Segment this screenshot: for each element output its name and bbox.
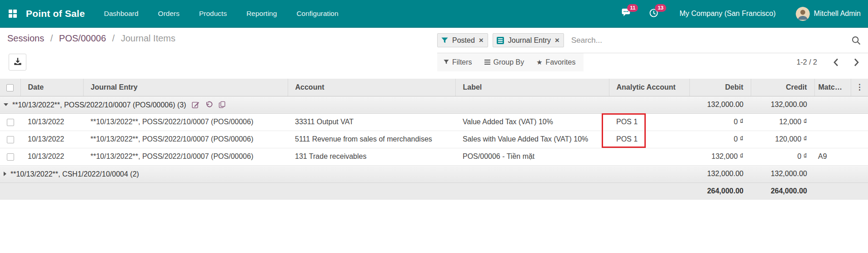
total-empty-cell <box>0 182 689 200</box>
table-row[interactable]: 10/13/2022**10/13/2022**, POSS/2022/10/0… <box>0 131 868 148</box>
messages-button[interactable]: 11 <box>621 8 632 20</box>
column-header-label[interactable]: Label <box>455 79 609 96</box>
messages-count-badge: 11 <box>627 4 638 12</box>
page-title: Journal Items <box>121 33 175 43</box>
top-navbar: Point of Sale Dashboard Orders Products … <box>0 0 868 28</box>
row-checkbox-cell[interactable] <box>0 148 20 165</box>
optional-columns-icon[interactable]: ⋮ <box>851 79 868 96</box>
table-row[interactable]: 10/13/2022**10/13/2022**, POSS/2022/10/0… <box>0 148 868 165</box>
cell-toggle-spacer <box>851 131 868 148</box>
edit-icon[interactable] <box>192 101 200 109</box>
group-by-button[interactable]: Group By <box>484 58 524 66</box>
column-header-date[interactable]: Date <box>20 79 83 96</box>
cell-account: 131 Trade receivables <box>288 148 455 165</box>
user-avatar[interactable] <box>796 7 810 21</box>
column-header-credit[interactable]: Credit <box>751 79 814 96</box>
cell-label: POS/00006 - Tiền mặt <box>455 148 609 165</box>
breadcrumb: Sessions / POS/00006 / Journal Items <box>7 33 175 44</box>
menu-reporting[interactable]: Reporting <box>246 10 277 18</box>
row-checkbox-cell[interactable] <box>0 131 20 148</box>
app-menu-title[interactable]: Point of Sale <box>26 8 85 19</box>
search-options-bar: Filters Group By ★ Favorites <box>437 53 584 71</box>
cell-date: 10/13/2022 <box>20 131 83 148</box>
undo-icon[interactable] <box>205 101 213 108</box>
menu-configuration[interactable]: Configuration <box>296 10 338 18</box>
cell-journal-entry: **10/13/2022**, POSS/2022/10/0007 (POS/0… <box>83 131 288 148</box>
activities-button[interactable]: 13 <box>649 8 658 20</box>
facet-posted[interactable]: Posted × <box>437 33 488 47</box>
column-header-debit[interactable]: Debit <box>689 79 751 96</box>
filters-button[interactable]: Filters <box>444 58 472 66</box>
group-row[interactable]: **10/13/2022**, POSS/2022/10/0007 (POS/0… <box>0 96 868 113</box>
star-icon: ★ <box>536 58 542 66</box>
table-body: **10/13/2022**, POSS/2022/10/0007 (POS/0… <box>0 96 868 200</box>
pos-journal-items-screen: Point of Sale Dashboard Orders Products … <box>0 0 868 253</box>
menu-orders[interactable]: Orders <box>158 10 180 18</box>
row-checkbox-cell[interactable] <box>0 113 20 131</box>
caret-down-icon[interactable] <box>4 103 8 106</box>
group-by-icon <box>484 58 490 66</box>
filter-facet-icon <box>441 37 448 44</box>
control-panel: Sessions / POS/00006 / Journal Items Pos… <box>0 28 868 79</box>
group-empty-cell <box>814 96 868 113</box>
group-cell[interactable]: **10/13/2022**, POSS/2022/10/0007 (POS/0… <box>0 96 689 113</box>
top-menu: Dashboard Orders Products Reporting Conf… <box>104 10 339 18</box>
chevron-left-icon[interactable] <box>832 56 840 68</box>
chevron-right-icon[interactable] <box>852 56 861 68</box>
search-input[interactable] <box>571 36 852 45</box>
select-all-checkbox-cell[interactable] <box>0 79 20 96</box>
menu-products[interactable]: Products <box>199 10 227 18</box>
facet-journal-entry[interactable]: Journal Entry × <box>493 33 564 47</box>
group-row[interactable]: **10/13/2022**, CSH1/2022/10/0004 (2)132… <box>0 165 868 182</box>
total-empty-cell <box>814 182 868 200</box>
breadcrumb-pos-session[interactable]: POS/00006 <box>59 33 106 43</box>
apps-grid-icon[interactable] <box>8 9 17 18</box>
row-checkbox[interactable] <box>7 153 14 161</box>
cell-account: 33311 Output VAT <box>288 113 455 131</box>
select-all-checkbox[interactable] <box>6 84 14 91</box>
row-checkbox[interactable] <box>7 119 14 126</box>
filters-label: Filters <box>452 58 472 66</box>
facet-label: Journal Entry <box>508 36 551 45</box>
facet-remove-icon[interactable]: × <box>555 36 559 44</box>
pager-range: 1-2 / 2 <box>797 58 817 66</box>
cell-credit: 12,000 ₫ <box>751 113 814 131</box>
journal-items-list: Date Journal Entry Account Label Analyti… <box>0 79 868 200</box>
cell-journal-entry: **10/13/2022**, POSS/2022/10/0007 (POS/0… <box>83 113 288 131</box>
cell-toggle-spacer <box>851 113 868 131</box>
search-bar: Posted × Journal Entry × <box>437 28 868 53</box>
cell-toggle-spacer <box>851 148 868 165</box>
breadcrumb-sessions[interactable]: Sessions <box>7 33 44 43</box>
group-cell[interactable]: **10/13/2022**, CSH1/2022/10/0004 (2) <box>0 165 689 182</box>
cell-journal-entry: **10/13/2022**, POSS/2022/10/0007 (POS/0… <box>83 148 288 165</box>
group-credit: 132,000.00 <box>751 96 814 113</box>
cell-analytic-account <box>609 148 689 165</box>
column-header-analytic-account[interactable]: Analytic Account <box>609 79 689 96</box>
pager: 1-2 / 2 <box>797 53 861 71</box>
cell-matching <box>814 131 851 148</box>
download-icon <box>14 57 22 67</box>
column-header-journal-entry[interactable]: Journal Entry <box>83 79 288 96</box>
cell-date: 10/13/2022 <box>20 148 83 165</box>
menu-dashboard[interactable]: Dashboard <box>104 10 139 18</box>
group-empty-cell <box>814 165 868 182</box>
user-menu[interactable]: Mitchell Admin <box>814 10 861 18</box>
table-row[interactable]: 10/13/2022**10/13/2022**, POSS/2022/10/0… <box>0 113 868 131</box>
group-debit: 132,000.00 <box>689 96 751 113</box>
row-checkbox[interactable] <box>7 136 14 143</box>
export-button[interactable] <box>9 54 26 71</box>
column-header-matching[interactable]: Matching <box>814 79 851 96</box>
table-header-row: Date Journal Entry Account Label Analyti… <box>0 79 868 96</box>
group-by-label: Group By <box>494 58 524 66</box>
search-icon[interactable] <box>852 36 861 45</box>
cell-credit: 0 ₫ <box>751 148 814 165</box>
favorites-button[interactable]: ★ Favorites <box>536 58 575 66</box>
breadcrumb-separator: / <box>50 33 53 43</box>
duplicate-icon[interactable] <box>219 101 226 108</box>
group-by-facet-icon <box>497 37 504 44</box>
caret-right-icon[interactable] <box>4 172 6 176</box>
column-header-account[interactable]: Account <box>288 79 455 96</box>
group-label: **10/13/2022**, CSH1/2022/10/0004 (2) <box>10 170 139 177</box>
facet-remove-icon[interactable]: × <box>479 36 484 44</box>
company-switcher[interactable]: My Company (San Francisco) <box>679 10 776 18</box>
